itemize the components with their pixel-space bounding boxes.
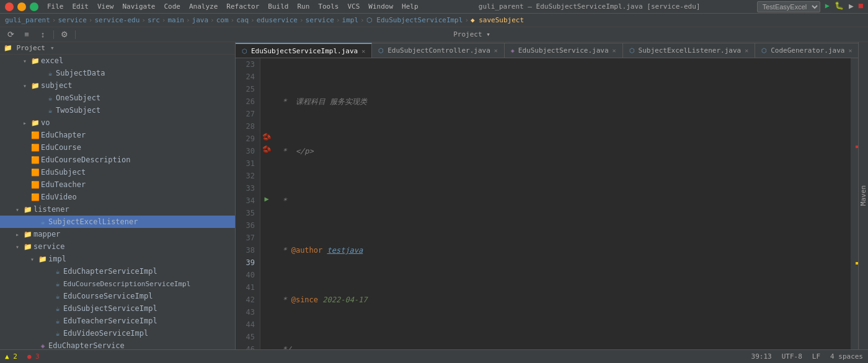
tree-item-service[interactable]: ▾ 📁 service <box>0 240 235 253</box>
folder-icon: 📁 <box>37 255 48 263</box>
tab-label: EduSubjectService.java <box>518 46 609 55</box>
bc-com[interactable]: com <box>216 16 229 24</box>
editor-container: ⬡ EduSubjectServiceImpl.java ✕ ⬡ EduSubj… <box>236 42 858 349</box>
folder-icon: 📁 <box>30 57 41 65</box>
tree-item-eduteacher[interactable]: 🟧 EduTeacher <box>0 178 235 191</box>
tab-edusubjectservice[interactable]: ◈ EduSubjectService.java ✕ <box>505 43 623 58</box>
java-icon: ☕ <box>37 218 48 226</box>
bc-eduservice[interactable]: eduservice <box>257 16 298 24</box>
menu-file[interactable]: File <box>43 2 68 11</box>
bc-src[interactable]: src <box>148 16 160 24</box>
bc-main[interactable]: main <box>167 16 184 24</box>
tree-item-educoursedescription[interactable]: 🟧 EduCourseDescription <box>0 154 235 166</box>
menu-edit[interactable]: Edit <box>69 2 93 11</box>
close-button[interactable] <box>5 2 14 11</box>
interface-icon: ◈ <box>37 342 48 350</box>
tree-item-subjectdata[interactable]: ☕ SubjectData <box>0 67 235 79</box>
bc-caq[interactable]: caq <box>236 16 249 24</box>
bc-service2[interactable]: service <box>306 16 334 24</box>
tree-item-educhapterservice[interactable]: ◈ EduChapterService <box>0 339 235 349</box>
sync-button[interactable]: ⟳ <box>4 29 17 40</box>
tab-codegenerator[interactable]: ⬡ CodeGenerator.java ✕ <box>755 43 858 58</box>
code-editor[interactable]: 23 24 25 26 27 28 29 30 31 32 33 34 35 3… <box>236 58 858 349</box>
tree-item-listener[interactable]: ▾ 📁 listener <box>0 203 235 216</box>
java-icon: ☕ <box>45 107 56 115</box>
menu-view[interactable]: View <box>94 2 118 11</box>
project-label: Project ▾ <box>453 30 490 38</box>
bc-service-edu[interactable]: service-edu <box>94 16 140 24</box>
tree-item-eduvideo[interactable]: 🟧 EduVideo <box>0 191 235 203</box>
tree-item-educhapter[interactable]: 🟧 EduChapter <box>0 129 235 141</box>
tab-close-icon[interactable]: ✕ <box>848 47 852 54</box>
tree-item-educourse[interactable]: 🟧 EduCourse <box>0 141 235 154</box>
code-line-23: * 课程科目 服务实现类 <box>278 95 851 108</box>
tree-item-edusubject[interactable]: 🟧 EduSubject <box>0 166 235 178</box>
menu-window[interactable]: Window <box>365 2 397 11</box>
bean-gutter-icon[interactable]: 🫘 <box>260 133 273 145</box>
menu-run[interactable]: Run <box>293 2 313 11</box>
maven-label[interactable]: Maven <box>859 185 867 206</box>
bc-method[interactable]: ◆ saveSubject <box>471 16 524 24</box>
sidebar-dropdown[interactable]: ▾ <box>50 44 55 52</box>
debug-button[interactable]: 🐛 <box>835 1 844 12</box>
run-config-select[interactable]: TestEasyExcel <box>757 1 820 12</box>
tree-item-edusubjectserviceimpl[interactable]: ☕ EduSubjectServiceImpl <box>0 302 235 315</box>
menu-code[interactable]: Code <box>160 2 184 11</box>
code-line-24: * </p> <box>278 145 851 157</box>
menu-refactor[interactable]: Refactor <box>223 2 263 11</box>
tab-bar: ⬡ EduSubjectServiceImpl.java ✕ ⬡ EduSubj… <box>236 42 858 58</box>
method-gutter-icon[interactable]: ▶ <box>260 195 273 207</box>
code-content[interactable]: * 课程科目 服务实现类 * </p> * * @author testjava… <box>273 58 851 349</box>
maven-panel-tab[interactable]: Maven <box>858 42 868 349</box>
bc-service[interactable]: service <box>58 16 86 24</box>
collapse-button[interactable]: ≡ <box>20 29 33 40</box>
tree-item-mapper[interactable]: ▸ 📁 mapper <box>0 228 235 240</box>
code-line-26: * @author testjava <box>278 244 851 256</box>
java-tab-icon: ⬡ <box>242 48 247 55</box>
menu-vcs[interactable]: VCS <box>343 2 363 11</box>
menu-analyze[interactable]: Analyze <box>185 2 221 11</box>
sidebar-header: 📁 Project ▾ <box>0 42 235 55</box>
run-button[interactable]: ▶ <box>825 1 830 12</box>
tab-subjectexcellistener[interactable]: ⬡ SubjectExcelListener.java ✕ <box>623 43 756 58</box>
tab-close-icon[interactable]: ✕ <box>745 47 748 54</box>
sort-button[interactable]: ↕ <box>36 29 50 40</box>
menu-tools[interactable]: Tools <box>314 2 342 11</box>
menu-navigate[interactable]: Navigate <box>119 2 159 11</box>
tree-item-subjectexcellistener[interactable]: ☕ SubjectExcelListener <box>0 216 235 228</box>
status-bar: ▲ 2 ● 3 39:13 UTF-8 LF 4 spaces <box>0 349 868 363</box>
menu-help[interactable]: Help <box>398 2 422 11</box>
tree-item-educoursedescriptionserviceimpl[interactable]: ☕ EduCourseDescriptionServiceImpl <box>0 278 235 290</box>
bc-root[interactable]: guli_parent <box>5 16 50 24</box>
coverage-button[interactable]: ▶ <box>849 1 854 12</box>
menu-build[interactable]: Build <box>264 2 292 11</box>
code-line-27: * @since 2022-04-17 <box>278 294 851 306</box>
tree-item-twosubject[interactable]: ☕ TwoSubject <box>0 104 235 116</box>
tree-item-impl[interactable]: ▾ 📁 impl <box>0 253 235 265</box>
tree-item-excel[interactable]: ▾ 📁 excel <box>0 55 235 67</box>
tab-close-icon[interactable]: ✕ <box>613 47 616 54</box>
tree-item-eduvideoserviceimpl[interactable]: ☕ EduVideoServiceImpl <box>0 327 235 339</box>
bc-class[interactable]: ⬡ EduSubjectServiceImpl <box>366 16 463 24</box>
tree-item-vo[interactable]: ▸ 📁 vo <box>0 116 235 129</box>
maximize-button[interactable] <box>30 2 38 11</box>
tree-item-eduteacherserviceimpl[interactable]: ☕ EduTeacherServiceImpl <box>0 315 235 327</box>
chevron-down-icon: ▾ <box>12 243 22 250</box>
tab-close-icon[interactable]: ✕ <box>494 47 498 54</box>
tree-item-onesubject[interactable]: ☕ OneSubject <box>0 92 235 104</box>
tree-item-subject[interactable]: ▾ 📁 subject <box>0 79 235 92</box>
minimize-button[interactable] <box>17 2 26 11</box>
settings-button[interactable]: ⚙ <box>58 29 71 40</box>
tab-edusubjectserviceimpl[interactable]: ⬡ EduSubjectServiceImpl.java ✕ <box>236 43 372 58</box>
bean-gutter-icon2[interactable]: 🫘 <box>260 145 273 157</box>
tab-close-icon[interactable]: ✕ <box>361 48 365 55</box>
bc-java[interactable]: java <box>192 16 209 24</box>
tree-item-educourseserviceimpl[interactable]: ☕ EduCourseServiceImpl <box>0 290 235 302</box>
stop-button[interactable]: ■ <box>859 1 863 12</box>
java-tab-icon: ⬡ <box>761 47 767 54</box>
tab-edusubjectcontroller[interactable]: ⬡ EduSubjectController.java ✕ <box>372 43 505 58</box>
tree-item-educhapterserviceimpl[interactable]: ☕ EduChapterServiceImpl <box>0 265 235 278</box>
chevron-right-icon: ▸ <box>20 120 30 126</box>
toolbar: ⟳ ≡ ↕ ⚙ Project ▾ <box>0 27 868 42</box>
bc-impl[interactable]: impl <box>342 16 359 24</box>
